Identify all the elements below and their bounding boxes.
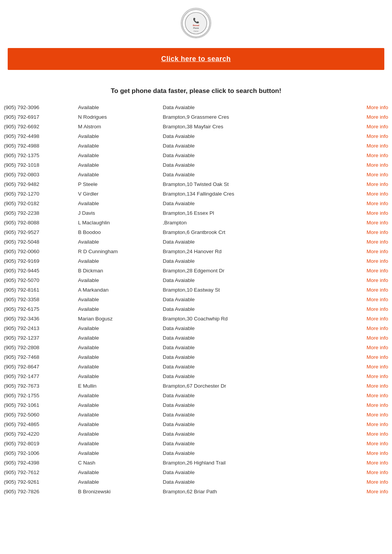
more-info-cell[interactable]: More info (339, 256, 392, 266)
more-info-cell[interactable]: More info (339, 352, 392, 362)
more-info-link[interactable]: More info (367, 479, 388, 485)
more-info-cell[interactable]: More info (339, 439, 392, 448)
more-info-link[interactable]: More info (367, 469, 388, 475)
more-info-cell[interactable]: More info (339, 112, 392, 122)
search-button[interactable]: Click here to search (161, 55, 231, 63)
more-info-cell[interactable]: More info (339, 208, 392, 218)
more-info-link[interactable]: More info (367, 431, 388, 437)
more-info-link[interactable]: More info (367, 114, 388, 120)
more-info-cell[interactable]: More info (339, 170, 392, 179)
more-info-link[interactable]: More info (367, 133, 388, 139)
more-info-cell[interactable]: More info (339, 189, 392, 199)
more-info-link[interactable]: More info (367, 402, 388, 408)
table-row: (905) 792-4220AvailableData AvaiableMore… (0, 429, 392, 439)
more-info-cell[interactable]: More info (339, 218, 392, 227)
more-info-link[interactable]: More info (367, 489, 388, 494)
more-info-cell[interactable]: More info (339, 410, 392, 420)
more-info-link[interactable]: More info (367, 373, 388, 379)
phone-cell: (905) 792-1237 (0, 333, 74, 343)
more-info-cell[interactable]: More info (339, 400, 392, 410)
more-info-link[interactable]: More info (367, 249, 388, 254)
more-info-link[interactable]: More info (367, 354, 388, 360)
more-info-link[interactable]: More info (367, 268, 388, 274)
phone-cell: (905) 792-1375 (0, 151, 74, 160)
more-info-link[interactable]: More info (367, 162, 388, 168)
table-row: (905) 792-2238J DavisBrampton,16 Essex P… (0, 208, 392, 218)
address-cell: Data Avaiable (159, 103, 339, 112)
more-info-link[interactable]: More info (367, 277, 388, 283)
address-cell: Data Avaiable (159, 448, 339, 458)
more-info-cell[interactable]: More info (339, 122, 392, 131)
table-row: (905) 792-1477AvailableData AvaiableMore… (0, 372, 392, 381)
phone-cell: (905) 792-1018 (0, 160, 74, 170)
more-info-cell[interactable]: More info (339, 266, 392, 275)
phone-cell: (905) 792-3358 (0, 295, 74, 304)
more-info-cell[interactable]: More info (339, 227, 392, 237)
more-info-link[interactable]: More info (367, 143, 388, 149)
more-info-cell[interactable]: More info (339, 477, 392, 487)
more-info-link[interactable]: More info (367, 335, 388, 341)
more-info-link[interactable]: More info (367, 172, 388, 177)
more-info-cell[interactable]: More info (339, 247, 392, 256)
more-info-cell[interactable]: More info (339, 199, 392, 208)
name-cell: B Dickman (74, 266, 159, 275)
more-info-cell[interactable]: More info (339, 333, 392, 343)
more-info-cell[interactable]: More info (339, 468, 392, 477)
more-info-link[interactable]: More info (367, 460, 388, 466)
more-info-cell[interactable]: More info (339, 275, 392, 285)
more-info-link[interactable]: More info (367, 210, 388, 216)
more-info-cell[interactable]: More info (339, 103, 392, 112)
more-info-link[interactable]: More info (367, 297, 388, 302)
more-info-link[interactable]: More info (367, 306, 388, 312)
more-info-cell[interactable]: More info (339, 487, 392, 496)
more-info-link[interactable]: More info (367, 393, 388, 398)
phone-cell: (905) 792-5060 (0, 410, 74, 420)
more-info-link[interactable]: More info (367, 364, 388, 370)
more-info-cell[interactable]: More info (339, 160, 392, 170)
more-info-cell[interactable]: More info (339, 151, 392, 160)
more-info-cell[interactable]: More info (339, 391, 392, 400)
more-info-link[interactable]: More info (367, 239, 388, 245)
more-info-link[interactable]: More info (367, 325, 388, 331)
more-info-link[interactable]: More info (367, 345, 388, 350)
more-info-link[interactable]: More info (367, 201, 388, 206)
more-info-cell[interactable]: More info (339, 429, 392, 439)
more-info-link[interactable]: More info (367, 450, 388, 456)
more-info-link[interactable]: More info (367, 153, 388, 158)
more-info-cell[interactable]: More info (339, 420, 392, 429)
more-info-cell[interactable]: More info (339, 295, 392, 304)
more-info-cell[interactable]: More info (339, 179, 392, 189)
name-cell: M Alstrom (74, 122, 159, 131)
more-info-link[interactable]: More info (367, 191, 388, 197)
more-info-link[interactable]: More info (367, 421, 388, 427)
more-info-cell[interactable]: More info (339, 314, 392, 323)
more-info-cell[interactable]: More info (339, 372, 392, 381)
more-info-link[interactable]: More info (367, 412, 388, 418)
more-info-cell[interactable]: More info (339, 237, 392, 247)
more-info-cell[interactable]: More info (339, 458, 392, 468)
more-info-cell[interactable]: More info (339, 381, 392, 391)
more-info-cell[interactable]: More info (339, 131, 392, 141)
more-info-link[interactable]: More info (367, 383, 388, 389)
name-cell: Available (74, 333, 159, 343)
more-info-link[interactable]: More info (367, 287, 388, 293)
more-info-link[interactable]: More info (367, 441, 388, 446)
name-cell: Marian Bogusz (74, 314, 159, 323)
more-info-cell[interactable]: More info (339, 343, 392, 352)
more-info-link[interactable]: More info (367, 220, 388, 226)
more-info-link[interactable]: More info (367, 258, 388, 264)
more-info-link[interactable]: More info (367, 316, 388, 322)
more-info-link[interactable]: More info (367, 104, 388, 110)
more-info-cell[interactable]: More info (339, 141, 392, 151)
more-info-cell[interactable]: More info (339, 304, 392, 314)
more-info-cell[interactable]: More info (339, 285, 392, 295)
more-info-link[interactable]: More info (367, 124, 388, 129)
address-cell: Brampton,10 Twisted Oak St (159, 179, 339, 189)
phone-cell: (905) 792-2413 (0, 323, 74, 333)
more-info-link[interactable]: More info (367, 181, 388, 187)
more-info-cell[interactable]: More info (339, 448, 392, 458)
more-info-cell[interactable]: More info (339, 323, 392, 333)
name-cell: Available (74, 400, 159, 410)
more-info-link[interactable]: More info (367, 229, 388, 235)
more-info-cell[interactable]: More info (339, 362, 392, 372)
